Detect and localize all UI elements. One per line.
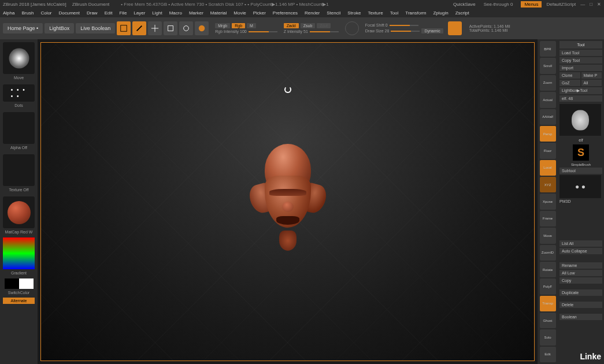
zoom-button[interactable]: Zoom bbox=[540, 75, 556, 91]
edit-viewport-button[interactable]: Edit bbox=[540, 347, 556, 362]
menu-edit[interactable]: Edit bbox=[105, 10, 113, 16]
subtool-thumbnail[interactable] bbox=[559, 175, 601, 198]
zcut-button[interactable]: Zcut bbox=[317, 23, 331, 28]
menu-texture[interactable]: Texture bbox=[368, 10, 383, 16]
xpose-button[interactable]: Xpose bbox=[540, 194, 556, 209]
transp-button[interactable]: Transp bbox=[540, 296, 556, 311]
alllow-button[interactable]: All Low bbox=[559, 270, 602, 276]
menu-zscript[interactable]: Zscript bbox=[455, 10, 469, 16]
load-tool-button[interactable]: Load Tool bbox=[559, 50, 602, 56]
m-button[interactable]: M bbox=[247, 23, 256, 28]
draw-button[interactable] bbox=[132, 21, 146, 35]
move-button[interactable] bbox=[148, 21, 162, 35]
menu-material[interactable]: Material bbox=[210, 10, 227, 16]
menu-document[interactable]: Document bbox=[59, 10, 80, 16]
menu-tool[interactable]: Tool bbox=[390, 10, 399, 16]
delete-button[interactable]: Delete bbox=[559, 302, 602, 308]
dynamic-icon[interactable] bbox=[448, 21, 462, 35]
menu-layer[interactable]: Layer bbox=[134, 10, 145, 16]
focal-shift-slider[interactable] bbox=[390, 25, 418, 26]
scroll-button[interactable]: Scroll bbox=[540, 58, 556, 73]
live-boolean-button[interactable]: Live Boolean bbox=[76, 23, 115, 34]
simplebrush-icon[interactable]: S bbox=[573, 144, 589, 161]
default-zscript[interactable]: DefaultZScript bbox=[546, 2, 576, 7]
copy-subtool-button[interactable]: Copy bbox=[559, 277, 602, 284]
scale-button[interactable] bbox=[164, 21, 177, 35]
color-picker[interactable] bbox=[3, 237, 35, 269]
import-button[interactable]: Import bbox=[559, 65, 602, 71]
viewport-canvas[interactable] bbox=[40, 42, 535, 361]
menu-alpha[interactable]: Alpha bbox=[3, 10, 14, 16]
color-swatch-secondary[interactable] bbox=[19, 278, 34, 289]
menu-render[interactable]: Render bbox=[305, 10, 320, 16]
dynamic-toggle[interactable]: Dynamic bbox=[421, 28, 443, 34]
zsub-button[interactable]: Zsub bbox=[301, 23, 316, 28]
tool-thumbnail[interactable] bbox=[559, 104, 601, 136]
persp-button[interactable]: Persp bbox=[540, 126, 556, 142]
move-viewport-button[interactable]: Move bbox=[540, 228, 556, 243]
close-icon[interactable]: ✕ bbox=[597, 2, 601, 7]
menu-stencil[interactable]: Stencil bbox=[327, 10, 340, 16]
menu-light[interactable]: Light bbox=[152, 10, 162, 16]
menu-transform[interactable]: Transform bbox=[405, 10, 426, 16]
z-intensity-slider[interactable] bbox=[310, 31, 339, 32]
menu-file[interactable]: File bbox=[119, 10, 127, 16]
copy-tool-button[interactable]: Copy Tool bbox=[559, 57, 602, 64]
bpr-button[interactable]: BPR bbox=[540, 41, 556, 57]
seethrough-slider[interactable]: See-through 0 bbox=[480, 1, 517, 8]
rgb-button[interactable]: Rgb bbox=[232, 23, 245, 28]
quicksave-button[interactable]: QuickSave bbox=[453, 2, 476, 7]
frame-button[interactable]: Frame bbox=[540, 211, 556, 226]
clone-button[interactable]: Clone bbox=[559, 72, 580, 79]
goz-button[interactable]: GoZ bbox=[559, 80, 580, 86]
menu-marker[interactable]: Marker bbox=[189, 10, 203, 16]
rotate-viewport-button[interactable]: Rotate bbox=[540, 262, 556, 277]
menu-stroke[interactable]: Stroke bbox=[347, 10, 361, 16]
listall-button[interactable]: List All bbox=[559, 240, 602, 247]
ghost-button[interactable]: Ghost bbox=[540, 313, 556, 328]
gizmo-button[interactable] bbox=[195, 21, 209, 35]
lightbox-tool-button[interactable]: Lightbox▶Tool bbox=[559, 87, 602, 94]
all-button[interactable]: All bbox=[581, 80, 602, 86]
actual-button[interactable]: Actual bbox=[540, 92, 556, 107]
menu-draw[interactable]: Draw bbox=[87, 10, 98, 16]
local-button[interactable]: Local bbox=[540, 160, 556, 176]
menu-movie[interactable]: Movie bbox=[234, 10, 246, 16]
rgb-intensity-slider[interactable] bbox=[249, 31, 277, 32]
duplicate-button[interactable]: Duplicate bbox=[559, 289, 602, 296]
material-preview[interactable] bbox=[3, 196, 35, 228]
xyz-button[interactable]: XYZ bbox=[540, 177, 556, 192]
makep-button[interactable]: Make P bbox=[581, 72, 602, 79]
draw-size-slider[interactable] bbox=[391, 31, 420, 32]
menu-picker[interactable]: Picker bbox=[253, 10, 266, 16]
solo-button[interactable]: Solo bbox=[540, 329, 556, 345]
stroke-preview[interactable] bbox=[3, 84, 35, 102]
subtool-header[interactable]: Subtool bbox=[559, 168, 602, 174]
minimize-icon[interactable]: — bbox=[580, 2, 585, 7]
sculpted-head-model[interactable] bbox=[247, 144, 328, 259]
aahalf-button[interactable]: AAHalf bbox=[540, 109, 556, 125]
home-page-button[interactable]: Home Page • bbox=[3, 23, 43, 34]
boolean-subtool-button[interactable]: Boolean bbox=[559, 314, 602, 320]
autocollapse-button[interactable]: Auto Collapse bbox=[559, 248, 602, 254]
maximize-icon[interactable]: □ bbox=[590, 2, 592, 7]
rename-button[interactable]: Rename bbox=[559, 262, 602, 269]
mrgb-button[interactable]: Mrgb bbox=[215, 23, 230, 28]
menus-button[interactable]: Menus bbox=[521, 1, 542, 8]
texture-preview[interactable] bbox=[3, 154, 35, 186]
polyf-button[interactable]: PolyF bbox=[540, 278, 556, 294]
brush-preview[interactable] bbox=[3, 42, 35, 74]
stroke-circle-icon[interactable] bbox=[345, 21, 359, 35]
rotate-button[interactable] bbox=[179, 21, 193, 35]
tool-panel-header[interactable]: Tool bbox=[559, 41, 602, 49]
menu-macro[interactable]: Macro bbox=[169, 10, 182, 16]
alpha-preview[interactable] bbox=[3, 112, 35, 144]
menu-zplugin[interactable]: Zplugin bbox=[433, 10, 448, 16]
color-swatch-main[interactable] bbox=[5, 278, 19, 289]
menu-color[interactable]: Color bbox=[40, 10, 51, 16]
edit-button[interactable] bbox=[117, 21, 131, 35]
menu-preferences[interactable]: Preferences bbox=[273, 10, 298, 16]
alternate-button[interactable]: Alternate bbox=[3, 298, 35, 304]
zadd-button[interactable]: Zadd bbox=[284, 23, 299, 28]
menu-brush[interactable]: Brush bbox=[21, 10, 34, 16]
